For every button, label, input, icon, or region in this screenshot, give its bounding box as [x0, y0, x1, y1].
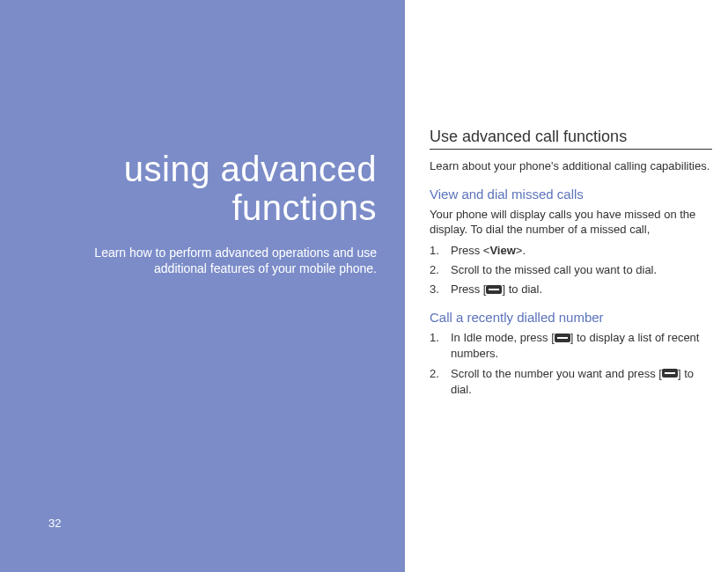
list-item: 2. Scroll to the missed call you want to… [430, 262, 712, 278]
chapter-title-line1: using advanced [48, 150, 377, 188]
chapter-title-line2: functions [48, 188, 377, 227]
step-text-prefix: In Idle mode, press [ [451, 331, 555, 344]
step-number: 1. [430, 243, 439, 259]
step-number: 2. [430, 366, 439, 382]
step-text: Scroll to the missed call you want to di… [451, 263, 657, 276]
step-text-suffix: ] to dial. [502, 282, 542, 296]
sub1-steps: 1. Press <View>. 2. Scroll to the missed… [430, 243, 712, 298]
chapter-subtitle: Learn how to perform advanced operations… [48, 245, 377, 276]
sub-heading-2: Call a recently dialled number [430, 310, 712, 325]
step-text-suffix: >. [516, 244, 526, 257]
step-number: 1. [430, 330, 439, 346]
step-text-prefix: Scroll to the number you want and press … [451, 367, 662, 380]
list-item: 1. Press <View>. [430, 243, 712, 259]
list-item: 3. Press [] to dial. [430, 282, 712, 297]
sub1-intro: Your phone will display calls you have m… [430, 207, 712, 238]
call-key-icon [662, 369, 678, 378]
section-intro: Learn about your phone's additional call… [430, 158, 712, 174]
list-item: 1. In Idle mode, press [] to display a l… [430, 330, 712, 362]
call-key-icon [486, 285, 502, 294]
left-chapter-panel: using advanced functions Learn how to pe… [0, 0, 405, 572]
chapter-title: using advanced functions [48, 150, 377, 227]
page-number: 32 [48, 517, 61, 530]
call-key-icon [555, 334, 570, 342]
step-number: 3. [430, 282, 439, 297]
right-content-panel: Use advanced call functions Learn about … [405, 0, 728, 572]
step-text-bold: View [489, 244, 515, 257]
section-heading: Use advanced call functions [430, 128, 712, 150]
step-number: 2. [430, 262, 439, 278]
chapter-subtitle-line2: additional features of your mobile phone… [48, 260, 377, 276]
sub2-steps: 1. In Idle mode, press [] to display a l… [430, 330, 712, 398]
chapter-subtitle-line1: Learn how to perform advanced operations… [48, 245, 377, 260]
sub-heading-1: View and dial missed calls [430, 187, 712, 202]
step-text-prefix: Press [ [451, 282, 486, 296]
step-text-prefix: Press < [451, 244, 489, 257]
list-item: 2. Scroll to the number you want and pre… [430, 366, 712, 398]
